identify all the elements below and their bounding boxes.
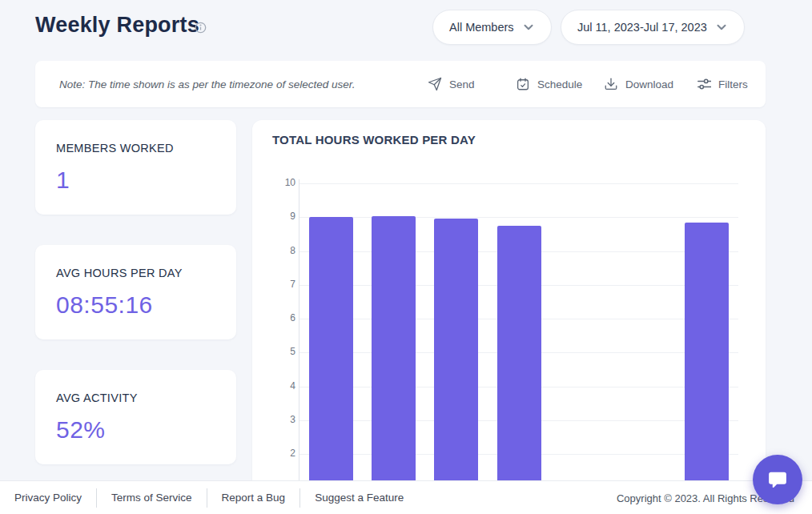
filters-icon — [697, 77, 711, 91]
chart-y-tick-label: 8 — [263, 245, 295, 256]
chevron-down-icon — [715, 21, 728, 34]
page-title: Weekly Reports — [35, 13, 199, 38]
download-label: Download — [625, 78, 673, 90]
schedule-icon — [516, 77, 530, 91]
chart-y-axis-line — [299, 179, 299, 514]
hours-per-day-chart-card: TOTAL HOURS WORKED PER DAY 10987654321 — [252, 120, 766, 514]
download-icon — [604, 77, 618, 91]
weekly-reports-page: { "app": { "title": "Weekly Reports" }, … — [0, 0, 812, 514]
chart-gridline — [299, 217, 738, 218]
suggest-a-feature-link[interactable]: Suggest a Feature — [300, 492, 418, 504]
chat-bubble-icon — [766, 468, 790, 492]
chart-y-tick-label: 4 — [263, 380, 295, 392]
stat-card-avg-activity: AVG ACTIVITY 52% — [35, 370, 236, 464]
chart-y-tick-label: 9 — [263, 211, 295, 222]
stat-value: 08:55:16 — [56, 291, 215, 319]
send-label: Send — [449, 78, 475, 90]
filters-button[interactable]: Filters — [697, 61, 748, 107]
chart-y-tick-label: 2 — [263, 448, 295, 459]
members-filter-value: All Members — [449, 21, 514, 34]
chart-bar — [434, 219, 478, 514]
filters-label: Filters — [718, 78, 748, 90]
footer-links: Privacy Policy Terms of Service Report a… — [14, 488, 418, 508]
info-icon[interactable] — [195, 22, 207, 34]
stat-value: 1 — [56, 167, 215, 194]
date-range-value: Jul 11, 2023-Jul 17, 2023 — [577, 21, 707, 34]
schedule-label: Schedule — [537, 78, 582, 90]
send-icon — [428, 77, 442, 91]
chart-y-tick-label: 5 — [263, 346, 295, 357]
send-button[interactable]: Send — [428, 61, 475, 107]
chevron-down-icon — [522, 21, 535, 34]
chart-bar — [685, 223, 729, 514]
schedule-button[interactable]: Schedule — [516, 61, 582, 107]
footer: Privacy Policy Terms of Service Report a… — [0, 480, 812, 514]
chart-bar — [497, 226, 541, 514]
members-filter-dropdown[interactable]: All Members — [432, 10, 552, 45]
chart-bar — [372, 216, 416, 514]
date-range-dropdown[interactable]: Jul 11, 2023-Jul 17, 2023 — [561, 10, 745, 45]
chart-y-tick-label: 7 — [263, 279, 295, 290]
report-a-bug-link[interactable]: Report a Bug — [207, 492, 300, 504]
chart-y-tick-label: 6 — [263, 312, 295, 323]
chart-y-tick-label: 10 — [263, 177, 295, 188]
chart-plot: 10987654321 — [252, 120, 766, 514]
timezone-note: Note: The time shown is as per the timez… — [59, 78, 355, 90]
terms-of-service-link[interactable]: Terms of Service — [97, 492, 207, 504]
chart-gridline — [299, 183, 738, 184]
download-button[interactable]: Download — [604, 61, 673, 107]
stat-value: 52% — [56, 416, 215, 444]
stat-card-avg-hours: AVG HOURS PER DAY 08:55:16 — [35, 245, 236, 339]
note-bar: Note: The time shown is as per the timez… — [35, 61, 766, 107]
stat-card-members-worked: MEMBERS WORKED 1 — [35, 120, 236, 215]
stat-label: AVG ACTIVITY — [56, 392, 215, 404]
chat-launcher-button[interactable] — [753, 455, 802, 504]
chart-y-tick-label: 3 — [263, 414, 295, 425]
privacy-policy-link[interactable]: Privacy Policy — [14, 492, 96, 504]
chart-bar — [309, 217, 353, 514]
stat-label: MEMBERS WORKED — [56, 142, 215, 155]
stat-label: AVG HOURS PER DAY — [56, 267, 215, 279]
